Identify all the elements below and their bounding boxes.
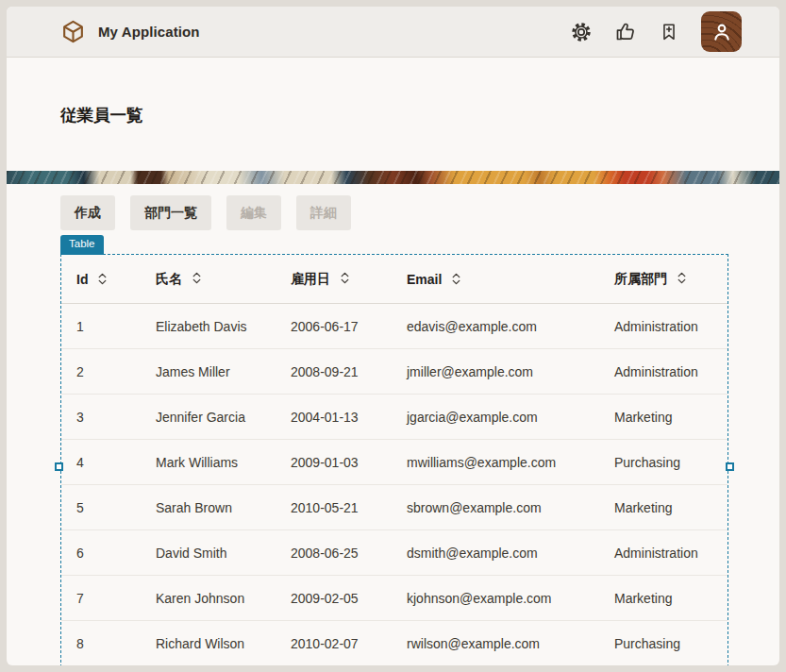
page-title: 従業員一覧 [60,104,726,126]
column-label: 氏名 [156,271,182,286]
detail-button: 詳細 [296,195,351,230]
thumbs-up-icon [614,21,637,43]
table-cell: edavis@example.com [392,304,599,349]
table-cell: 5 [61,485,141,530]
table-row[interactable]: 6David Smith2008-06-25dsmith@example.com… [61,530,727,576]
table-cell: 2004-01-13 [276,395,392,440]
selection-handle-left[interactable] [55,462,63,471]
table-cell: Marketing [599,485,727,530]
table-header-row: Id氏名雇用日Email所属部門 [61,255,727,304]
settings-button[interactable] [570,21,593,43]
table-cell: Richard Wilson [141,621,276,665]
table-cell: Sarah Brown [141,485,276,530]
sort-icon [97,272,108,286]
table-row[interactable]: 3Jennifer Garcia2004-01-13jgarcia@exampl… [61,395,727,440]
table-cell: 2009-01-03 [276,440,392,485]
table-cell: 2 [61,349,141,395]
table-cell: jgarcia@example.com [392,395,599,440]
table-cell: Purchasing [599,621,727,665]
toolbar: 作成 部門一覧 編集 詳細 [7,184,779,230]
table-cell: rwilson@example.com [392,621,599,665]
create-button[interactable]: 作成 [60,195,115,230]
table-cell: mwilliams@example.com [392,440,599,485]
table-cell: jmiller@example.com [392,349,599,395]
table-cell: 2010-05-21 [276,485,392,530]
table-row[interactable]: 2James Miller2008-09-21jmiller@example.c… [61,349,727,395]
table-cell: 2009-02-05 [276,576,392,621]
table-cell: David Smith [141,530,276,576]
column-header-department[interactable]: 所属部門 [599,255,727,304]
column-label: 雇用日 [291,271,330,286]
table-selection-region: Table Id氏名雇用日Email所属部門 1Elizabeth Davis2… [60,254,728,665]
table-cell: 8 [61,621,141,665]
table-cell: dsmith@example.com [392,530,599,576]
app-window: My Application [7,7,779,665]
column-header-name[interactable]: 氏名 [141,255,276,304]
employees-table: Id氏名雇用日Email所属部門 1Elizabeth Davis2006-06… [61,255,727,665]
table-cell: Purchasing [599,440,727,485]
table-cell: 1 [61,304,141,349]
table-cell: 7 [61,576,141,621]
column-label: Id [76,272,88,287]
bookmark-button[interactable] [659,21,679,43]
department-list-button[interactable]: 部門一覧 [130,195,211,230]
selection-handle-right[interactable] [726,462,734,471]
table-cell: Marketing [599,395,727,440]
sort-icon [340,271,350,285]
column-label: 所属部門 [614,271,667,286]
cube-package-icon [60,19,86,44]
table-row[interactable]: 4Mark Williams2009-01-03mwilliams@exampl… [61,440,727,485]
table-cell: sbrown@example.com [392,485,599,530]
table-cell: Mark Williams [141,440,276,485]
table-cell: Marketing [599,576,727,621]
table-body: 1Elizabeth Davis2006-06-17edavis@example… [61,304,727,665]
table-row[interactable]: 1Elizabeth Davis2006-06-17edavis@example… [61,304,727,349]
gear-icon [570,21,593,43]
feedback-button[interactable] [614,21,637,43]
table-cell: Elizabeth Davis [141,304,276,349]
table-cell: 2010-02-07 [276,621,392,665]
sort-icon [677,271,687,285]
column-header-email[interactable]: Email [392,255,599,304]
table-cell: James Miller [141,349,276,395]
table-row[interactable]: 7Karen Johnson2009-02-05kjohnson@example… [61,576,727,621]
table-cell: 6 [61,530,141,576]
sort-icon [451,272,461,286]
sort-icon [192,271,202,285]
table-cell: Jennifer Garcia [141,395,276,440]
table-cell: Administration [599,530,727,576]
bookmark-plus-icon [659,21,679,43]
table-cell: Administration [599,304,727,349]
header-actions [570,11,742,52]
selection-badge[interactable]: Table [60,235,104,255]
table-row[interactable]: 5Sarah Brown2010-05-21sbrown@example.com… [61,485,727,530]
column-header-hire-date[interactable]: 雇用日 [276,255,392,304]
decorative-banner [7,171,779,184]
person-icon [710,20,734,44]
app-title: My Application [98,24,200,40]
table-cell: 2008-09-21 [276,349,392,395]
table-row[interactable]: 8Richard Wilson2010-02-07rwilson@example… [61,621,727,665]
table-cell: 2006-06-17 [276,304,392,349]
brand: My Application [60,19,200,44]
edit-button: 編集 [226,195,281,230]
column-label: Email [407,272,442,287]
column-header-id[interactable]: Id [61,255,141,304]
table-cell: Administration [599,349,727,395]
table-cell: 2008-06-25 [276,530,392,576]
title-section: 従業員一覧 [7,58,779,171]
table-cell: 4 [61,440,141,485]
user-avatar-button[interactable] [701,11,742,52]
app-header: My Application [7,7,779,58]
table-cell: 3 [61,395,141,440]
table-cell: kjohnson@example.com [392,576,599,621]
table-cell: Karen Johnson [141,576,276,621]
